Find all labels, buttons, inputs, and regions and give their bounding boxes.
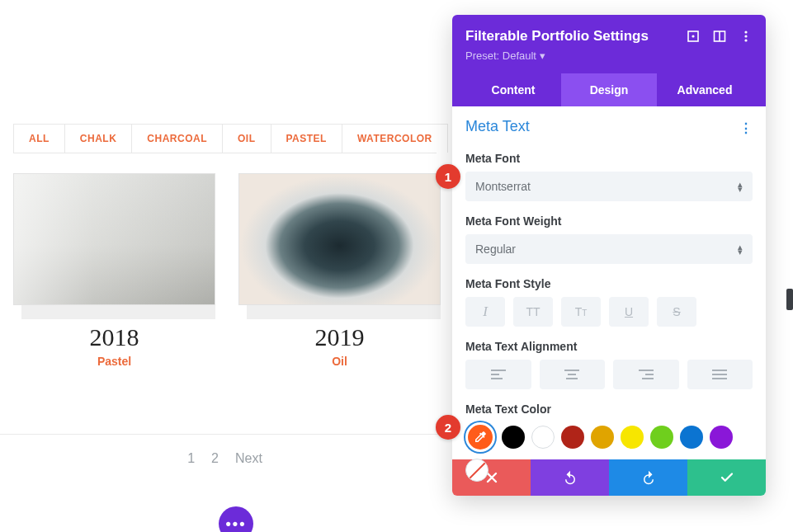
meta-weight-label: Meta Font Weight	[465, 214, 753, 228]
check-icon	[720, 470, 734, 485]
text-align-buttons	[465, 360, 753, 389]
select-caret-icon: ▴▾	[738, 244, 743, 254]
color-swatch-amber[interactable]	[591, 426, 614, 449]
tab-design[interactable]: Design	[561, 73, 657, 106]
filter-tabs: ALL CHALK CHARCOAL OIL PASTEL WATERCOLOR	[13, 124, 437, 153]
font-style-buttons: I TT TT U S	[465, 297, 753, 327]
tab-content[interactable]: Content	[465, 73, 561, 106]
cancel-button[interactable]	[452, 459, 531, 496]
filter-tab-all[interactable]: ALL	[13, 124, 65, 153]
portfolio-title: 2019	[238, 323, 441, 351]
align-justify-button[interactable]	[687, 360, 753, 389]
page-link[interactable]: 2	[211, 451, 219, 466]
columns-icon[interactable]	[713, 30, 726, 43]
select-caret-icon: ▴▾	[738, 181, 743, 191]
section-more-icon[interactable]: ⋮	[739, 120, 753, 136]
meta-font-label: Meta Font	[465, 152, 753, 165]
chevron-down-icon: ▾	[540, 49, 545, 62]
color-swatch-black[interactable]	[502, 426, 525, 449]
portfolio-thumb	[13, 173, 215, 313]
portfolio-meta: Pastel	[13, 355, 215, 368]
annotation-badge-2: 2	[436, 415, 460, 440]
color-swatch-green[interactable]	[650, 426, 673, 449]
color-swatch-none[interactable]	[465, 459, 489, 482]
panel-body: Meta Text ⋮ Meta Font Montserrat ▴▾ Meta…	[452, 106, 766, 453]
smallcaps-button[interactable]: TT	[561, 297, 601, 327]
filter-tab-charcoal[interactable]: CHARCOAL	[131, 124, 223, 153]
panel-title: Filterable Portfolio Settings	[465, 28, 649, 45]
pagination: 1 2 Next	[0, 434, 450, 483]
portfolio-item[interactable]: 2018 Pastel	[13, 173, 215, 368]
color-swatch-red[interactable]	[561, 426, 584, 449]
meta-font-select[interactable]: Montserrat ▴▾	[465, 172, 753, 201]
page-next-link[interactable]: Next	[235, 451, 262, 466]
color-swatch-purple[interactable]	[710, 426, 733, 449]
confirm-button[interactable]	[687, 459, 766, 496]
align-center-button[interactable]	[540, 360, 606, 389]
undo-icon	[563, 470, 578, 485]
page-link[interactable]: 1	[187, 451, 195, 466]
svg-point-1	[692, 35, 694, 37]
portfolio-preview: ALL CHALK CHARCOAL OIL PASTEL WATERCOLOR…	[0, 0, 450, 532]
redo-icon	[641, 470, 656, 485]
italic-button[interactable]: I	[465, 297, 505, 327]
align-center-icon	[564, 369, 580, 380]
scrollbar-thumb[interactable]	[786, 289, 793, 310]
meta-style-label: Meta Font Style	[465, 277, 753, 290]
color-swatch-white[interactable]	[531, 426, 555, 449]
meta-color-label: Meta Text Color	[465, 403, 753, 416]
more-vert-icon[interactable]	[739, 30, 753, 43]
align-justify-icon	[711, 369, 728, 380]
filter-tab-pastel[interactable]: PASTEL	[271, 124, 342, 153]
svg-point-6	[744, 39, 747, 41]
align-right-button[interactable]	[613, 360, 679, 389]
align-left-icon	[490, 369, 507, 380]
panel-tabs: Content Design Advanced	[465, 73, 753, 106]
filter-tab-watercolor[interactable]: WATERCOLOR	[342, 124, 448, 153]
more-icon: •••	[226, 516, 247, 533]
filter-tab-chalk[interactable]: CHALK	[64, 124, 133, 153]
align-right-icon	[638, 369, 654, 380]
tab-advanced[interactable]: Advanced	[657, 73, 753, 106]
portfolio-grid: 2018 Pastel 2019 Oil	[0, 173, 450, 368]
meta-weight-value: Regular	[475, 242, 516, 256]
color-picker-button[interactable]	[465, 422, 495, 452]
preset-label: Preset: Default	[465, 49, 536, 62]
annotation-badge-1: 1	[436, 164, 460, 189]
portfolio-meta: Oil	[238, 355, 441, 368]
align-left-button[interactable]	[465, 360, 531, 389]
uppercase-button[interactable]: TT	[513, 297, 553, 327]
module-actions-button[interactable]: •••	[219, 506, 253, 532]
portfolio-item[interactable]: 2019 Oil	[238, 173, 441, 368]
undo-button[interactable]	[531, 459, 609, 496]
underline-button[interactable]: U	[609, 297, 649, 327]
meta-weight-select[interactable]: Regular ▴▾	[465, 234, 753, 264]
meta-align-label: Meta Text Alignment	[465, 340, 753, 353]
preset-dropdown[interactable]: Preset: Default ▾	[465, 49, 545, 62]
meta-font-value: Montserrat	[475, 180, 531, 193]
eyedropper-icon	[473, 430, 488, 445]
panel-header: Filterable Portfolio Settings Preset: De…	[452, 15, 766, 106]
panel-footer	[452, 459, 766, 496]
filter-tab-oil[interactable]: OIL	[222, 124, 271, 153]
expand-icon[interactable]	[687, 30, 700, 43]
portfolio-title: 2018	[13, 323, 215, 351]
settings-panel: Filterable Portfolio Settings Preset: De…	[452, 15, 766, 496]
portfolio-thumb	[238, 173, 441, 313]
section-title[interactable]: Meta Text	[465, 118, 530, 135]
svg-point-4	[744, 31, 747, 33]
svg-point-5	[744, 35, 747, 37]
strikethrough-button[interactable]: S	[657, 297, 696, 327]
redo-button[interactable]	[609, 459, 687, 496]
color-swatch-blue[interactable]	[680, 426, 703, 449]
color-swatch-yellow[interactable]	[621, 426, 644, 449]
